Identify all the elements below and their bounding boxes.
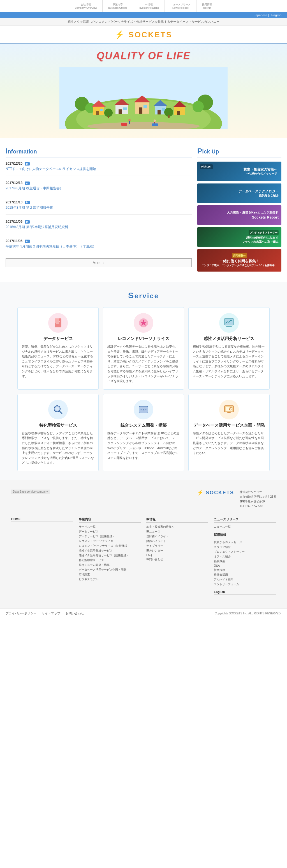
footer-col-home: HOME [11, 517, 73, 597]
list-item: 新卒採用 [214, 568, 276, 572]
info-date-1: 2017/12/20 in [6, 162, 192, 165]
list-item: レコメンド/パーソナライズ（技術仕様） [79, 544, 141, 548]
info-date-4: 2017/11/06 in [6, 220, 192, 224]
top-navigation: 会社情報 Company Overview 事業内容 Business Outl… [0, 0, 287, 18]
nav-recruit[interactable]: 採用情報 Recruit [196, 0, 218, 12]
footer-link[interactable]: データベース活用サービス企画・開発 [79, 568, 127, 571]
privacy-link[interactable]: プライバシーポリシー [6, 612, 36, 615]
footer-link[interactable]: 代表からのメッセージ [214, 540, 242, 544]
info-tag-1: in [25, 162, 30, 165]
service-icon-recommend [134, 313, 153, 333]
service-desc-system: 既存データやアーキテクトや業務管理DBなどとの連携など、データベース活用サービス… [107, 431, 180, 461]
service-desc-db-planning: 感性メタをはじめとしたデータベースを活かしたサービス開発やサービス拡張など新たな… [193, 431, 265, 456]
footer-recruit-list: 代表からのメッセージ スタッフ紹介 プロジェクトストーリー オフィス紹介 福利厚… [214, 540, 276, 586]
main-content: IInformationnformation 2017/12/20 in NTT… [0, 138, 287, 282]
footer-link[interactable]: サービス一覧 [79, 525, 96, 528]
info-link-1[interactable]: NTTドコモ向けに人物データベースのライセンス提供を開始 [6, 167, 96, 171]
info-link-2[interactable]: 2017年3月期 株主通信（中間報告書） [6, 186, 63, 190]
footer-link[interactable]: スタッフ紹介 [214, 546, 231, 549]
logo-symbol: ⚡ [115, 30, 125, 39]
lang-english[interactable]: English [271, 13, 281, 17]
pickup-project-tag: プロジェクトストーリー [249, 230, 279, 235]
svg-rect-13 [118, 110, 122, 114]
tagline-text: 感性メタを活用したレコメンド/パーソナライズ・分析サービスを提供するデータベース… [68, 20, 219, 23]
footer-col-home-heading: HOME [11, 517, 73, 522]
footer-link[interactable]: オフィス紹介 [214, 555, 231, 558]
service-card-recommend: レコメンド/パーソナライズ 統計データや教師データによる性能向上と効率化、また音… [103, 307, 184, 390]
nav-news[interactable]: ニュースリリース News Release [165, 0, 196, 12]
footer-link[interactable]: 感性メタ活用分析サービス（技術仕様） [79, 554, 129, 557]
footer-link[interactable]: ビジネスモデル [79, 578, 98, 581]
service-card-kansei: 感性メタ活用分析サービス 機械学習/深層学習による高度な分析技術、国内唯一といえ… [188, 307, 270, 390]
service-icon-search [48, 400, 68, 420]
footer-link[interactable]: ライブラリー [146, 544, 163, 547]
footer-top: Data Base service company ⚡ SOCKETS 株式会社… [0, 480, 287, 608]
nav-ir-label: IR情報 [139, 3, 159, 6]
footer-link[interactable]: レコメンド/パーソナライズ [79, 539, 113, 542]
pickup-item-report[interactable]: 人の感性・感情をKeyとした予測分析 Sockets Report [197, 205, 281, 225]
footer-link[interactable]: データサービス [79, 530, 98, 533]
footer-link[interactable]: IR問い合わせ [146, 558, 163, 561]
service-name-search: 特化型検索サービス [22, 423, 94, 428]
pickup-database-inner: データベーステクノロジー 提供先をご紹介 [197, 184, 281, 203]
footer-link[interactable]: IRニュース [146, 530, 160, 533]
pickup-heading: Pick Up [197, 147, 281, 157]
footer-link[interactable]: アルバイト採用 [214, 578, 234, 581]
nav-business[interactable]: 事業内容 Business Outline [103, 0, 133, 12]
site-logo[interactable]: ⚡ SOCKETS [4, 30, 283, 39]
footer-link[interactable]: エントリーフォーム [214, 583, 239, 586]
footer-link[interactable]: 福利厚生 [214, 560, 225, 563]
footer-col-business-heading: 事業内容 [79, 517, 141, 523]
lang-japanese[interactable]: Japanese [254, 13, 267, 17]
pickup-item-recruit[interactable]: 採用情報!!! 一緒に働く仲間を募集！ エンジニア職や、エンタメデータ作成などの… [197, 249, 281, 272]
pickup-recruit-text: 一緒に働く仲間を募集！ [202, 259, 277, 264]
footer-col-news: ニュースリリース ニュース一覧 採用情報 代表からのメッセージ スタッフ紹介 プ… [214, 517, 276, 597]
svg-point-31 [129, 119, 131, 121]
nav-recruit-sublabel: Recruit [202, 6, 212, 9]
list-item: データサービス（技術仕様） [79, 534, 141, 538]
footer-link[interactable]: データサービス（技術仕様） [79, 535, 115, 538]
pickup-item-investors[interactable]: 株主・投資家の皆様へ 〜社長からのメッセージ PickUp!! [197, 162, 281, 181]
svg-rect-36 [152, 123, 158, 126]
footer-news-list: ニュース一覧 [214, 525, 276, 529]
service-desc-recommend: 統計データや教師データによる性能向上と効率化、また音楽、映像、書籍、ほかメディア… [107, 344, 180, 384]
footer-link[interactable]: 新卒採用 [214, 568, 225, 571]
footer-link[interactable]: 経験者採用 [214, 573, 228, 576]
list-item: オフィス紹介 [214, 555, 276, 559]
hero-illustration [0, 64, 287, 133]
info-link-5[interactable]: 平成30年 3月期第２四半期決算短信（日本基準）（非連結） [6, 244, 96, 248]
footer-db-tag: Data Base service company [11, 490, 49, 494]
sitemap-link[interactable]: サイトマップ [42, 612, 60, 615]
nav-ir[interactable]: IR情報 Investor Relations [133, 0, 165, 12]
tagline-bar: 感性メタを活用したレコメンド/パーソナライズ・分析サービスを提供するデータベース… [0, 18, 287, 26]
monitor-icon [223, 404, 235, 415]
footer-link[interactable]: 当財務ハイライト [146, 535, 169, 538]
footer-link[interactable]: IRカレンダー [146, 549, 163, 552]
list-item: 感性メタ活用分析サービス（技術仕様） [79, 554, 141, 557]
pickup-report-inner: 人の感性・感情をKeyとした予測分析 Sockets Report [197, 205, 281, 225]
footer-link[interactable]: 統合システム開発・構築 [79, 563, 110, 566]
service-card-data: データサービス 音楽、映像、書籍などをはじめとしたソケッツオリジナルの感性メタは… [17, 307, 99, 390]
svg-rect-22 [162, 108, 165, 111]
footer-link[interactable]: 特化型検索サービス [79, 559, 104, 562]
hero-section: QUALITY OF LIFE [0, 44, 287, 138]
footer-link[interactable]: ニュース一覧 [214, 525, 231, 528]
footer-link[interactable]: 株主・投資家の皆様へ [146, 525, 174, 528]
footer-link[interactable]: 市場調査 [79, 573, 90, 576]
nav-company[interactable]: 会社情報 Company Overview [69, 0, 103, 12]
footer-link[interactable]: 財務ハイライト [146, 539, 166, 542]
contact-link[interactable]: お問い合わせ [66, 612, 84, 615]
info-link-3[interactable]: 2018年3月期 第２四半期報告書 [6, 206, 53, 210]
footer-link[interactable]: プロジェクトストーリー [214, 550, 245, 553]
pickup-investors-inner: 株主・投資家の皆様へ 〜社長からのメッセージ PickUp!! [197, 162, 281, 181]
footer-bottom: プライバシーポリシー | サイトマップ | お問い合わせ Copyrights … [0, 608, 287, 618]
more-button[interactable]: More → [6, 258, 192, 267]
footer-link[interactable]: Q&A [214, 564, 220, 567]
pickup-item-database[interactable]: データベーステクノロジー 提供先をご紹介 [197, 184, 281, 203]
footer-link[interactable]: 感性メタ活用分析サービス [79, 549, 112, 552]
info-link-4[interactable]: 2018年3月期 第2四半期決算補足説明資料 [6, 225, 68, 229]
footer-link[interactable]: レコメンド/パーソナライズ（技術仕様） [79, 544, 130, 547]
pickup-item-project[interactable]: プロジェクトストーリー 感性×AI技術が生み出す ソケッツ未来系への取り組み [197, 227, 281, 247]
footer-col-ir: IR情報 株主・投資家の皆様へ IRニュース 当財務ハイライト 財務ハイライト … [146, 517, 208, 597]
footer-link[interactable]: FAQ [146, 554, 152, 557]
